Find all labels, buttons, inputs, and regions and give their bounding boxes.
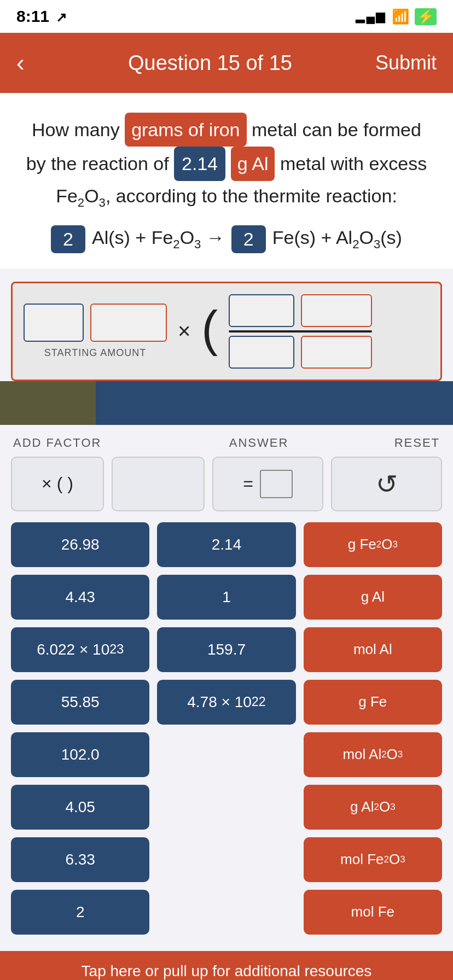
btn-2-14[interactable]: 2.14 [157,522,295,567]
calc-labels-row: ADD FACTOR ANSWER RESET [11,436,442,450]
submit-button[interactable]: Submit [371,51,437,74]
unit-g-al: g Al [231,147,275,180]
btn-mol-fe2o3[interactable]: mol Fe2O3 [304,837,442,882]
location-icon: ↗ [56,10,67,25]
header-title: Question 15 of 15 [49,51,371,75]
answer-display-box [260,470,293,498]
btn-2[interactable]: 2 [11,890,149,935]
btn-mol-al2o3[interactable]: mol Al2O3 [304,732,442,777]
question-text: How many grams of iron metal can be form… [20,113,433,212]
top-buttons-row: × ( ) = ↺ [11,457,442,511]
open-paren: ( [201,304,218,353]
answer-button[interactable]: = [212,457,323,511]
starting-input-row [24,304,167,342]
starting-input-value[interactable] [24,304,84,342]
btn-mol-fe[interactable]: mol Fe [304,890,442,935]
col-numbers-2: 2.14 1 159.7 4.78 × 1022 [157,522,295,935]
btn-1[interactable]: 1 [157,575,295,620]
btn-4-05[interactable]: 4.05 [11,785,149,830]
divider-bar [0,381,453,425]
btn-g-fe2o3[interactable]: g Fe2O3 [304,522,442,567]
btn-4-78e22[interactable]: 4.78 × 1022 [157,680,295,725]
equation-row: 2 Al(s) + Fe2O3 → 2 Fe(s) + Al2O3(s) [20,225,433,253]
eq-coeff2: 2 [231,225,266,253]
frac-denominator-left[interactable] [229,336,294,369]
fraction-block [229,294,372,369]
divider-left [0,381,96,425]
calculator-area: ADD FACTOR ANSWER RESET × ( ) = ↺ 26.98 … [0,425,453,940]
frac-denominator-row [229,336,372,369]
btn-4-43[interactable]: 4.43 [11,575,149,620]
answer-label: ANSWER [229,436,289,450]
fraction-line [229,330,372,332]
btn-g-fe[interactable]: g Fe [304,680,442,725]
button-grid: 26.98 4.43 6.022 × 1023 55.85 102.0 4.05… [11,522,442,935]
highlight-grams-of-iron: grams of iron [125,113,246,147]
question-space [225,153,230,174]
answer-eq-sign: = [243,474,253,494]
btn-102-0[interactable]: 102.0 [11,732,149,777]
frac-denominator-right[interactable] [301,336,372,369]
back-button[interactable]: ‹ [16,49,49,77]
status-bar: 8:11 ↗ ▂▄▆ 📶 ⚡ [0,0,453,33]
frac-numerator-left[interactable] [229,294,294,327]
starting-amount-box: STARTING AMOUNT [24,304,167,359]
reset-button[interactable]: ↺ [331,457,442,511]
status-icons: ▂▄▆ 📶 ⚡ [356,8,437,25]
question-area: How many grams of iron metal can be form… [0,93,453,269]
divider-right [96,381,453,425]
eq-part1: Al(s) + Fe2O3 → [92,227,225,252]
add-factor-label: ADD FACTOR [13,436,101,450]
btn-mol-al[interactable]: mol Al [304,627,442,672]
btn-6-33[interactable]: 6.33 [11,837,149,882]
frac-numerator-right[interactable] [301,294,372,327]
battery-icon: ⚡ [415,8,437,25]
header: ‹ Question 15 of 15 Submit [0,33,453,93]
btn-g-al[interactable]: g Al [304,575,442,620]
btn-g-al2o3[interactable]: g Al2O3 [304,785,442,830]
footer[interactable]: Tap here or pull up for additional resou… [0,951,453,980]
starting-amount-label: STARTING AMOUNT [44,347,146,359]
frac-numerator-row [229,294,372,327]
status-time: 8:11 ↗ [16,7,67,26]
question-prefix: How many [32,119,125,140]
add-factor-button[interactable]: × ( ) [11,457,104,511]
footer-text: Tap here or pull up for additional resou… [82,962,372,980]
col-numbers-1: 26.98 4.43 6.022 × 1023 55.85 102.0 4.05… [11,522,149,935]
signal-icon: ▂▄▆ [356,9,386,24]
btn-55-85[interactable]: 55.85 [11,680,149,725]
reset-label: RESET [394,436,440,450]
multiply-symbol: × [178,319,190,343]
empty-factor-button[interactable] [112,457,205,511]
eq-part2: Fe(s) + Al2O3(s) [272,227,402,252]
btn-26-98[interactable]: 26.98 [11,522,149,567]
col-units: g Fe2O3 g Al mol Al g Fe mol Al2O3 g Al2… [304,522,442,935]
starting-input-unit[interactable] [90,304,167,342]
calc-section: STARTING AMOUNT × ( [11,282,442,381]
btn-avogadro[interactable]: 6.022 × 1023 [11,627,149,672]
wifi-icon: 📶 [392,8,409,25]
btn-159-7[interactable]: 159.7 [157,627,295,672]
eq-coeff1: 2 [51,225,85,253]
value-2-14: 2.14 [174,147,225,180]
